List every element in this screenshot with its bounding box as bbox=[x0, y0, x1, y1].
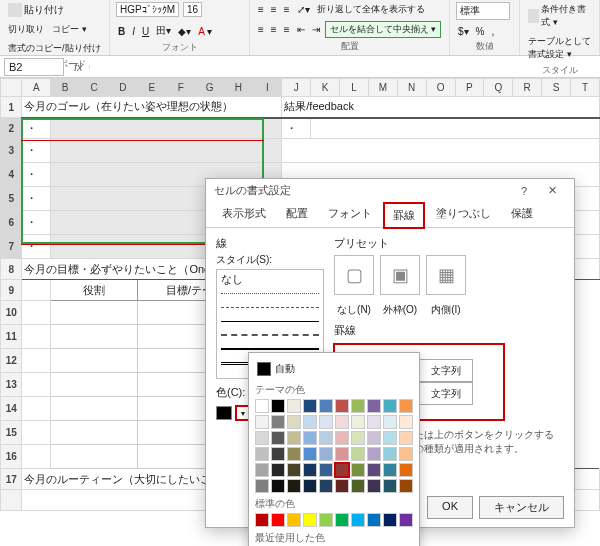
comma-button[interactable]: , bbox=[489, 25, 496, 38]
color-swatch[interactable] bbox=[319, 447, 333, 461]
color-swatch[interactable] bbox=[287, 447, 301, 461]
color-swatch[interactable] bbox=[335, 513, 349, 527]
color-swatch[interactable] bbox=[255, 431, 269, 445]
col-header[interactable]: B bbox=[51, 79, 80, 97]
paste-button[interactable]: 貼り付け bbox=[6, 2, 66, 18]
color-swatch[interactable] bbox=[303, 431, 317, 445]
color-swatch[interactable] bbox=[319, 463, 333, 477]
color-swatch[interactable] bbox=[399, 415, 413, 429]
color-swatch[interactable] bbox=[271, 513, 285, 527]
line-style-option[interactable] bbox=[219, 286, 321, 300]
color-swatch[interactable] bbox=[271, 415, 285, 429]
color-swatch[interactable] bbox=[351, 415, 365, 429]
color-swatch[interactable] bbox=[399, 399, 413, 413]
align-mid-button[interactable]: ≡ bbox=[269, 2, 279, 17]
color-swatch[interactable] bbox=[399, 513, 413, 527]
indent-dec-button[interactable]: ⇤ bbox=[295, 21, 307, 38]
color-swatch[interactable] bbox=[287, 431, 301, 445]
color-swatch[interactable] bbox=[255, 513, 269, 527]
color-swatch[interactable] bbox=[383, 479, 397, 493]
color-swatch[interactable] bbox=[383, 431, 397, 445]
formula-input[interactable] bbox=[89, 65, 600, 69]
align-top-button[interactable]: ≡ bbox=[256, 2, 266, 17]
color-swatch[interactable] bbox=[399, 447, 413, 461]
tab-border[interactable]: 罫線 bbox=[384, 203, 424, 228]
color-swatch[interactable] bbox=[303, 463, 317, 477]
percent-button[interactable]: % bbox=[474, 25, 487, 38]
preset-none[interactable]: ▢ bbox=[334, 255, 374, 295]
align-right-button[interactable]: ≡ bbox=[282, 21, 292, 38]
line-style-option[interactable] bbox=[219, 300, 321, 314]
color-swatch[interactable] bbox=[255, 463, 269, 477]
name-box[interactable]: B2 bbox=[4, 58, 64, 76]
border-button[interactable]: 田▾ bbox=[154, 23, 173, 39]
color-swatch[interactable] bbox=[351, 479, 365, 493]
color-swatch[interactable] bbox=[287, 399, 301, 413]
color-swatch[interactable] bbox=[367, 463, 381, 477]
color-swatch[interactable] bbox=[303, 513, 317, 527]
wrap-text-button[interactable]: 折り返して全体を表示する bbox=[315, 2, 427, 17]
color-swatch[interactable] bbox=[255, 415, 269, 429]
color-swatch[interactable] bbox=[383, 513, 397, 527]
color-swatch[interactable] bbox=[383, 463, 397, 477]
color-swatch[interactable] bbox=[319, 415, 333, 429]
color-swatch[interactable] bbox=[255, 399, 269, 413]
merge-center-button[interactable]: セルを結合して中央揃え ▾ bbox=[325, 21, 442, 38]
tab-protection[interactable]: 保護 bbox=[503, 202, 541, 227]
color-swatch[interactable] bbox=[335, 447, 349, 461]
table-format-button[interactable]: テーブルとして書式設定 ▾ bbox=[526, 34, 593, 62]
close-button[interactable]: ✕ bbox=[538, 184, 566, 197]
cell-j1[interactable]: 結果/feedback bbox=[282, 97, 600, 118]
select-all-corner[interactable] bbox=[1, 79, 22, 97]
color-swatch[interactable] bbox=[271, 479, 285, 493]
indent-inc-button[interactable]: ⇥ bbox=[310, 21, 322, 38]
color-swatch[interactable] bbox=[319, 479, 333, 493]
color-swatch[interactable] bbox=[271, 399, 285, 413]
underline-button[interactable]: U bbox=[140, 23, 151, 39]
color-swatch[interactable] bbox=[271, 447, 285, 461]
orientation-button[interactable]: ⤢▾ bbox=[295, 2, 312, 17]
preset-outline[interactable]: ▣ bbox=[380, 255, 420, 295]
line-style-none[interactable]: なし bbox=[219, 272, 321, 286]
ok-button[interactable]: OK bbox=[427, 496, 473, 519]
row-header[interactable]: 1 bbox=[1, 97, 22, 118]
color-swatch[interactable] bbox=[271, 431, 285, 445]
color-swatch[interactable] bbox=[399, 479, 413, 493]
color-swatch[interactable] bbox=[335, 479, 349, 493]
tab-fill[interactable]: 塗りつぶし bbox=[428, 202, 499, 227]
help-button[interactable]: ? bbox=[510, 185, 538, 197]
copy-button[interactable]: コピー ▾ bbox=[50, 22, 89, 37]
color-swatch[interactable] bbox=[367, 479, 381, 493]
font-name-select[interactable]: HGPｺﾞｼｯｸM bbox=[116, 2, 179, 17]
line-style-option[interactable] bbox=[219, 328, 321, 342]
color-swatch[interactable] bbox=[335, 415, 349, 429]
column-headers[interactable]: A BCDEFGHI JKLMNOPQRST bbox=[1, 79, 600, 97]
cell-b9[interactable]: 役割 bbox=[51, 280, 138, 301]
color-swatch[interactable] bbox=[287, 463, 301, 477]
color-swatch[interactable] bbox=[351, 463, 365, 477]
color-swatch[interactable] bbox=[351, 431, 365, 445]
color-swatch[interactable] bbox=[383, 399, 397, 413]
color-swatch[interactable] bbox=[335, 431, 349, 445]
currency-button[interactable]: $▾ bbox=[456, 25, 471, 38]
color-swatch[interactable] bbox=[287, 479, 301, 493]
align-bot-button[interactable]: ≡ bbox=[282, 2, 292, 17]
color-swatch[interactable] bbox=[383, 415, 397, 429]
color-swatch[interactable] bbox=[335, 399, 349, 413]
tab-number[interactable]: 表示形式 bbox=[214, 202, 274, 227]
dialog-titlebar[interactable]: セルの書式設定 ? ✕ bbox=[206, 179, 574, 202]
color-swatch[interactable] bbox=[303, 415, 317, 429]
auto-color-option[interactable]: 自動 bbox=[255, 359, 413, 379]
font-color-button[interactable]: A▾ bbox=[196, 23, 214, 39]
number-format-select[interactable]: 標準 bbox=[456, 2, 510, 20]
color-swatch[interactable] bbox=[319, 431, 333, 445]
color-swatch[interactable] bbox=[399, 463, 413, 477]
cell-a1[interactable]: 今月のゴール（在りたい姿や理想の状態） bbox=[22, 97, 282, 118]
italic-button[interactable]: I bbox=[130, 23, 137, 39]
color-swatch[interactable] bbox=[255, 447, 269, 461]
col-header[interactable]: A bbox=[22, 79, 51, 97]
color-swatch[interactable] bbox=[319, 513, 333, 527]
cond-format-button[interactable]: 条件付き書式 ▾ bbox=[526, 2, 593, 30]
color-swatch[interactable] bbox=[335, 463, 349, 477]
color-swatch[interactable] bbox=[367, 431, 381, 445]
